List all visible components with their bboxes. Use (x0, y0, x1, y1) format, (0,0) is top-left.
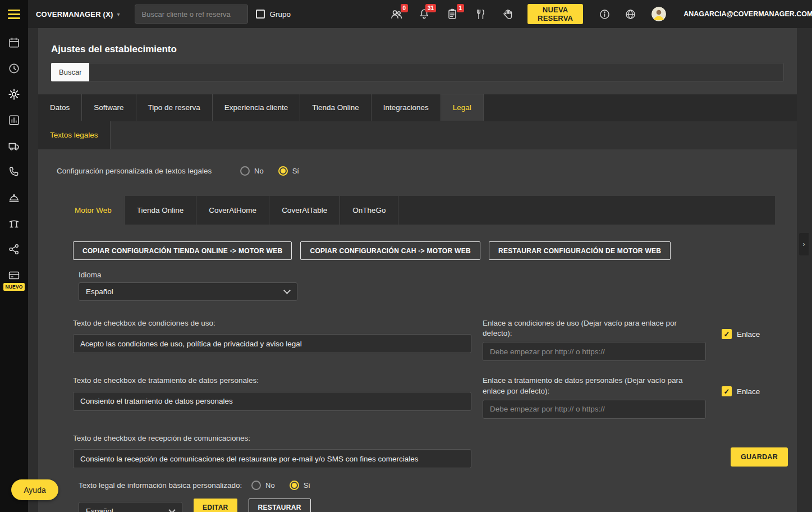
phone-call-icon[interactable] (8, 166, 20, 178)
restaurant-icon[interactable] (474, 7, 487, 21)
info-icon[interactable] (598, 7, 611, 21)
radio-no-label: No (265, 481, 275, 490)
settings-search-input[interactable] (89, 63, 784, 81)
enlace-tratamiento-input[interactable] (483, 400, 706, 419)
tab-tipo-de-reserva[interactable]: Tipo de reserva (136, 94, 213, 121)
tab-experiencia-cliente[interactable]: Experiencia cliente (213, 94, 300, 121)
guardar-button[interactable]: GUARDAR (731, 447, 788, 467)
notifications-badge: 31 (425, 4, 436, 12)
tab-datos[interactable]: Datos (38, 94, 82, 121)
legal-info-controls: Español EDITAR RESTAURAR (79, 499, 797, 512)
config-radio-si[interactable]: Sí (278, 166, 299, 176)
ayuda-button[interactable]: Ayuda (11, 479, 58, 500)
copy-cah-config-button[interactable]: COPIAR CONFIGURACIÓN CAH -> MOTOR WEB (300, 241, 480, 260)
engine-tab-coverattable[interactable]: CoverAtTable (269, 196, 340, 225)
buscar-button[interactable]: Buscar (51, 63, 89, 81)
engine-tab-motor-web[interactable]: Motor Web (62, 196, 125, 225)
brand-name[interactable]: COVERMANAGER (X) (36, 10, 113, 19)
avatar[interactable] (652, 7, 666, 21)
radio-selected-icon[interactable] (278, 166, 288, 176)
checkbox-checked-icon[interactable]: ✓ (722, 386, 732, 396)
enlace-condiciones-input[interactable] (483, 342, 706, 361)
settings-gear-icon[interactable] (8, 88, 20, 100)
custom-legal-config-row: Configuración personalizada de textos le… (57, 166, 797, 176)
stats-chart-icon[interactable] (8, 114, 20, 126)
table-bridge-icon[interactable] (8, 217, 20, 230)
radio-unselected-icon[interactable] (240, 166, 250, 176)
grupo-checkbox[interactable]: Grupo (256, 10, 291, 19)
tab-tienda-online[interactable]: Tienda Online (300, 94, 371, 121)
legal-info-row: Texto legal de información básica person… (79, 479, 797, 492)
config-action-buttons: COPIAR CONFIGURACIÓN TIENDA ONLINE -> MO… (73, 241, 797, 260)
radio-selected-icon[interactable] (290, 481, 299, 490)
radio-unselected-icon[interactable] (251, 481, 261, 490)
legal-radio-si[interactable]: Sí (290, 481, 310, 490)
topbar-icon-group: 0 31 1 (389, 7, 515, 21)
hamburger-menu-icon[interactable] (0, 0, 28, 28)
nuevo-badge: NUEVO (3, 283, 24, 291)
legal-info-radio-group: No Sí (251, 481, 310, 490)
tasks-clipboard-icon[interactable]: 1 (446, 7, 459, 21)
editar-button[interactable]: EDITAR (194, 499, 237, 512)
sidebar: NUEVO (0, 28, 28, 512)
restore-motor-web-config-button[interactable]: RESTAURAR CONFIGURACIÓN DE MOTOR WEB (489, 241, 671, 260)
topbar-right-icons: ANAGARCIA@COVERMANAGER.COM ▾ (598, 7, 812, 21)
checkbox-unchecked-icon[interactable] (256, 10, 265, 19)
condiciones-row: Texto de checkbox de condiciones de uso:… (73, 318, 791, 361)
calendar-icon[interactable] (8, 36, 20, 49)
radio-no-label: No (254, 167, 264, 175)
enlace-checkbox-label: Enlace (737, 330, 760, 339)
topbar: COVERMANAGER (X) ▾ Grupo 0 31 (0, 0, 812, 28)
condiciones-label: Texto de checkbox de condiciones de uso: (73, 318, 471, 328)
engine-tab-coverathome[interactable]: CoverAtHome (196, 196, 269, 225)
subtab-textos-legales[interactable]: Textos legales (38, 121, 111, 149)
tasks-badge: 1 (457, 4, 465, 12)
legal-texts-form: Texto de checkbox de condiciones de uso:… (73, 318, 791, 468)
legal-subtabs: Textos legales (38, 121, 797, 149)
engine-tabs: Motor Web Tienda Online CoverAtHome Cove… (62, 196, 775, 225)
grupo-label: Grupo (270, 10, 291, 19)
notifications-bell-icon[interactable]: 31 (418, 7, 431, 21)
tab-integraciones[interactable]: Integraciones (371, 94, 441, 121)
condiciones-input[interactable] (73, 334, 471, 353)
client-search-input[interactable] (135, 4, 248, 24)
clients-badge: 0 (401, 4, 409, 12)
engine-tab-tienda-online[interactable]: Tienda Online (125, 196, 197, 225)
custom-legal-config-label: Configuración personalizada de textos le… (57, 167, 240, 175)
legal-idioma-select-value: Español (86, 507, 113, 512)
chevron-down-icon (168, 506, 176, 512)
engine-tab-onthego[interactable]: OnTheGo (340, 196, 398, 225)
checkbox-checked-icon[interactable]: ✓ (722, 329, 732, 339)
tratamiento-input[interactable] (73, 392, 471, 411)
payments-card-icon[interactable] (8, 269, 20, 281)
collapse-panel-toggle[interactable]: › (799, 233, 809, 255)
chevron-down-icon (283, 287, 291, 294)
delivery-truck-icon[interactable] (8, 140, 20, 152)
config-radio-no[interactable]: No (240, 166, 264, 176)
integrations-share-icon[interactable] (8, 243, 20, 255)
tratamiento-row: Texto de checkbox de tratamiento de dato… (73, 376, 791, 418)
legal-idioma-select[interactable]: Español (79, 502, 182, 512)
tab-legal[interactable]: Legal (441, 94, 484, 121)
enlace-tratamiento-label: Enlace a tratamiento de datos personales… (483, 376, 706, 396)
enlace-tratamiento-checkbox[interactable]: ✓ Enlace (722, 386, 760, 397)
legal-radio-no[interactable]: No (251, 481, 275, 490)
nueva-reserva-button[interactable]: NUEVA RESERVA (527, 4, 583, 24)
payments-card-item[interactable]: NUEVO (3, 269, 24, 291)
enlace-checkbox-label: Enlace (737, 387, 760, 396)
user-email[interactable]: ANAGARCIA@COVERMANAGER.COM (683, 10, 812, 18)
tab-software[interactable]: Software (82, 94, 136, 121)
tratamiento-label: Texto de checkbox de tratamiento de dato… (73, 376, 471, 386)
idioma-select-value: Español (86, 287, 113, 296)
brand-chevron-down-icon[interactable]: ▾ (117, 11, 120, 17)
copy-tienda-online-config-button[interactable]: COPIAR CONFIGURACIÓN TIENDA ONLINE -> MO… (73, 241, 292, 260)
hand-service-icon[interactable] (502, 7, 515, 21)
comunicaciones-input[interactable] (73, 449, 471, 468)
clients-icon[interactable]: 0 (389, 7, 403, 21)
restaurar-button[interactable]: RESTAURAR (249, 499, 311, 512)
room-service-cloche-icon[interactable] (8, 191, 20, 204)
idioma-select[interactable]: Español (79, 282, 297, 301)
language-globe-icon[interactable] (623, 7, 637, 21)
enlace-condiciones-checkbox[interactable]: ✓ Enlace (722, 328, 760, 340)
history-clock-icon[interactable] (8, 62, 20, 75)
